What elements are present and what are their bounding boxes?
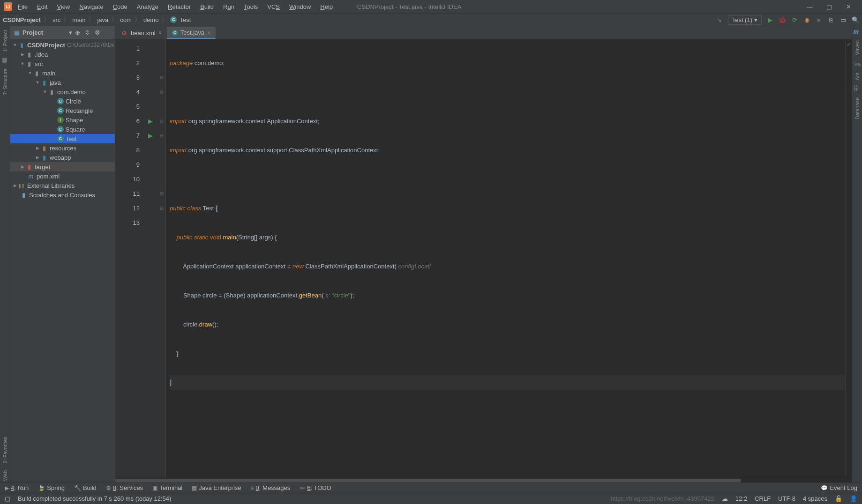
strip-project[interactable]: 1: Project bbox=[2, 28, 8, 53]
tree-resources[interactable]: ▶▮resources bbox=[10, 143, 115, 153]
crumb-root[interactable]: CSDNProject bbox=[3, 16, 41, 23]
crumb-com[interactable]: com bbox=[120, 16, 132, 23]
sidebar-title[interactable]: Project bbox=[22, 29, 66, 36]
bottom-eventlog[interactable]: 💬 Event Log bbox=[821, 484, 857, 491]
strip-web[interactable]: Web bbox=[2, 468, 8, 482]
menu-refactor[interactable]: Refactor bbox=[164, 2, 195, 12]
strip-structure[interactable]: 7: Structure bbox=[2, 67, 8, 97]
coverage-icon[interactable]: ⟳ bbox=[791, 16, 798, 23]
toolbar: ↘ Test (1) ▾ ▶ 🐞 ⟳ ◉ ■ ⎘ ▭ 🔍 bbox=[716, 15, 859, 25]
tree-src[interactable]: ▼▮src bbox=[10, 59, 115, 68]
run-line-icon[interactable]: ▶ bbox=[143, 114, 157, 128]
menu-tools[interactable]: Tools bbox=[240, 2, 262, 12]
right-tool-strip: m Maven 🐜 Ant 🗄 Database bbox=[852, 26, 862, 482]
menu-analyze[interactable]: Analyze bbox=[133, 2, 162, 12]
build-icon[interactable]: ↘ bbox=[716, 16, 723, 23]
bottom-spring[interactable]: 🍃 Spring bbox=[38, 484, 65, 491]
profile-icon[interactable]: ◉ bbox=[803, 16, 810, 23]
menu-run[interactable]: Run bbox=[219, 2, 238, 12]
tree-idea[interactable]: ▶▮.idea bbox=[10, 50, 115, 59]
close-icon[interactable]: ✕ bbox=[846, 3, 853, 10]
dropdown-icon[interactable]: ▾ bbox=[69, 29, 72, 36]
crumb-src[interactable]: src bbox=[52, 16, 60, 23]
menu-navigate[interactable]: Navigate bbox=[75, 2, 107, 12]
bottom-javaee[interactable]: ▦ Java Enterprise bbox=[192, 484, 241, 491]
tree-class-shape[interactable]: I Shape bbox=[10, 115, 115, 125]
maximize-icon[interactable]: ▢ bbox=[826, 3, 833, 10]
maven-icon[interactable]: m bbox=[854, 28, 861, 36]
database-icon[interactable]: 🗄 bbox=[854, 85, 861, 93]
menu-view[interactable]: View bbox=[53, 2, 74, 12]
status-encoding[interactable]: UTF-8 bbox=[778, 495, 795, 502]
close-tab-icon[interactable]: × bbox=[158, 30, 162, 36]
run-config-selector[interactable]: Test (1) ▾ bbox=[728, 15, 762, 25]
tree-pkg[interactable]: ▼▮com.demo bbox=[10, 87, 115, 96]
collapse-icon[interactable]: ⇕ bbox=[85, 29, 90, 36]
status-indent[interactable]: 4 spaces bbox=[803, 495, 827, 502]
code-text[interactable]: package com.demo; import org.springframe… bbox=[166, 39, 845, 478]
structure-icon[interactable]: ▭ bbox=[840, 16, 847, 23]
menu-code[interactable]: Code bbox=[109, 2, 131, 12]
vcs-icon[interactable]: ⎘ bbox=[827, 16, 835, 23]
status-cursor-pos[interactable]: 12:2 bbox=[735, 495, 747, 502]
debug-icon[interactable]: 🐞 bbox=[779, 16, 786, 23]
menu-file[interactable]: File bbox=[14, 2, 31, 12]
strip-database[interactable]: Database bbox=[855, 96, 860, 121]
strip-favorites[interactable]: 2: Favorites bbox=[2, 435, 8, 465]
tab-bean-xml[interactable]: ⚙ bean.xml × bbox=[116, 27, 167, 39]
class-icon: C bbox=[172, 30, 178, 36]
crumb-main[interactable]: main bbox=[72, 16, 85, 23]
bottom-messages[interactable]: ≡ 0: Messages bbox=[251, 484, 291, 491]
strip-maven[interactable]: Maven bbox=[855, 38, 860, 58]
bottom-terminal[interactable]: ▣ Terminal bbox=[152, 484, 182, 491]
close-tab-icon[interactable]: × bbox=[207, 30, 210, 36]
tree-class-test[interactable]: C Test bbox=[10, 134, 115, 143]
tree-class-circle[interactable]: C Circle bbox=[10, 96, 115, 106]
menu-vcs[interactable]: VCS bbox=[263, 2, 284, 12]
tree-class-square[interactable]: C Square bbox=[10, 125, 115, 134]
status-sync-icon[interactable]: ☁ bbox=[722, 495, 728, 502]
horizontal-scrollbar[interactable] bbox=[115, 478, 852, 482]
tree-target[interactable]: ▶▮target bbox=[10, 162, 115, 171]
sidebar-view-icon[interactable]: ▤ bbox=[14, 29, 20, 36]
menu-edit[interactable]: Edit bbox=[33, 2, 51, 12]
run-line-icon[interactable]: ▶ bbox=[143, 128, 157, 143]
gear-icon[interactable]: ⚙ bbox=[95, 29, 100, 36]
crumb-demo[interactable]: demo bbox=[143, 16, 159, 23]
search-icon[interactable]: 🔍 bbox=[852, 16, 859, 23]
locate-icon[interactable]: ⊕ bbox=[75, 29, 80, 36]
menu-build[interactable]: Build bbox=[196, 2, 217, 12]
strip-ant[interactable]: Ant bbox=[855, 71, 860, 82]
menu-help[interactable]: Help bbox=[316, 2, 337, 12]
tree-java[interactable]: ▼▮java bbox=[10, 78, 115, 87]
tree-pom[interactable]: mpom.xml bbox=[10, 171, 115, 181]
run-icon[interactable]: ▶ bbox=[766, 16, 774, 23]
tree-scratches[interactable]: ▮Scratches and Consoles bbox=[10, 190, 115, 200]
status-inspection-icon[interactable]: 👤 bbox=[850, 495, 857, 502]
project-sidebar: ▤ Project ▾ ⊕ ⇕ ⚙ — ▼▮ CSDNProjectC:\Use… bbox=[10, 26, 115, 482]
status-line-sep[interactable]: CRLF bbox=[755, 495, 771, 502]
error-stripe[interactable]: ✓ bbox=[845, 39, 852, 478]
menu-window[interactable]: Window bbox=[285, 2, 315, 12]
tab-test-java[interactable]: C Test.java × bbox=[167, 27, 216, 39]
bottom-services[interactable]: ⚙ 8: Services bbox=[106, 484, 143, 491]
tree-class-rectangle[interactable]: C Rectangle bbox=[10, 106, 115, 115]
ant-icon[interactable]: 🐜 bbox=[854, 60, 861, 68]
bottom-build[interactable]: 🔨 Build bbox=[74, 484, 97, 491]
bottom-run[interactable]: ▶ 4: Run bbox=[5, 484, 29, 491]
crumb-test[interactable]: Test bbox=[180, 16, 191, 23]
tree-webapp[interactable]: ▶▮webapp bbox=[10, 153, 115, 162]
tree-main[interactable]: ▼▮main bbox=[10, 68, 115, 78]
scrollbar-thumb[interactable] bbox=[115, 479, 741, 482]
status-bar: ▢ Build completed successfully in 7 s 26… bbox=[0, 493, 862, 504]
minimize-icon[interactable]: — bbox=[807, 3, 813, 10]
stop-icon[interactable]: ■ bbox=[815, 16, 823, 23]
crumb-java[interactable]: java bbox=[97, 16, 108, 23]
bottom-todo[interactable]: ≔ 6: TODO bbox=[300, 484, 331, 491]
tree-extlib[interactable]: ▶⫿⫿External Libraries bbox=[10, 181, 115, 190]
code-editor[interactable]: 12345678910111213 ▶ ▶ ⊖⊖ ⊖⊖ ⊟⊟ package c… bbox=[115, 39, 852, 478]
status-tool-icon[interactable]: ▢ bbox=[5, 495, 10, 502]
hide-icon[interactable]: — bbox=[105, 29, 111, 36]
status-ro-icon[interactable]: 🔓 bbox=[835, 495, 842, 502]
tree-root[interactable]: ▼▮ CSDNProjectC:\Users\13276\De bbox=[10, 40, 115, 50]
